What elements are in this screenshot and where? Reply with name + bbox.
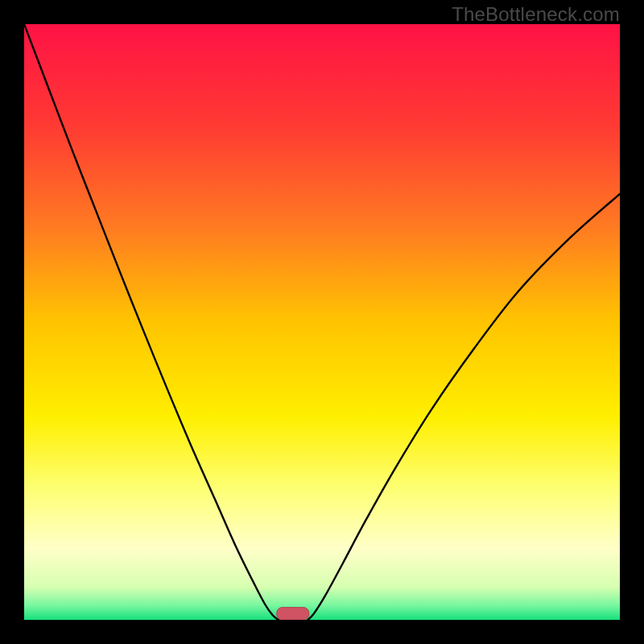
- outer-frame: TheBottleneck.com: [0, 0, 644, 644]
- gradient-background: [24, 24, 620, 620]
- chart-svg: [24, 24, 620, 620]
- bottleneck-marker: [277, 607, 309, 620]
- watermark-text: TheBottleneck.com: [452, 3, 620, 26]
- chart-area: [24, 24, 620, 620]
